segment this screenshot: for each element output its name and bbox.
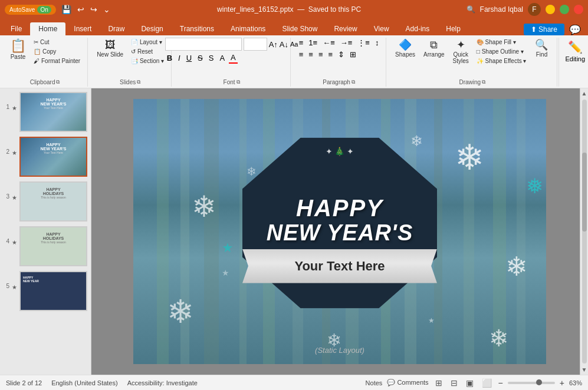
shape-effects-button[interactable]: ✨ Shape Effects ▾ [474,57,529,65]
paste-button[interactable]: 📋 Paste [7,38,29,62]
font-color-button[interactable]: A [229,52,238,64]
bullets-button[interactable]: ≡ [297,38,306,48]
normal-view-button[interactable]: ⊞ [433,378,444,388]
tab-help[interactable]: Help [438,22,469,35]
tab-animations[interactable]: Animations [222,22,274,35]
strikethrough-button[interactable]: S [196,53,205,63]
clipboard-expand-icon[interactable]: ⧉ [56,79,60,85]
shape-outline-button[interactable]: □ Shape Outline ▾ [474,47,529,56]
quick-styles-button[interactable]: ✦ QuickStyles [450,38,472,66]
zoom-thumb[interactable] [536,379,542,385]
zoom-level[interactable]: 63% [569,379,582,386]
font-label: Font ⧉ [224,79,240,85]
canvas-area: ❄ ❄ ❄ ❄ ❄ ❄ ❄ ❄ ★ ★ ★ ★ ★ ★ ★ ★ ❅ [91,88,588,375]
align-left-button[interactable]: ≡ [297,49,306,60]
extra-menu-icon[interactable]: ⌄ [101,4,112,15]
list-item[interactable]: 3 ★ HAPPY HOLIDAYS This is holy season [2,180,88,223]
new-slide-button[interactable]: 🖼 New Slide [94,38,126,60]
tab-slideshow[interactable]: Slide Show [274,22,326,35]
slide-thumbnail-2[interactable]: HAPPY NEW YEAR'S Your Text Here [19,137,87,177]
section-button[interactable]: 📑 Section ▾ [129,57,166,65]
slide-thumbnail-4[interactable]: HAPPY HOLIDAYS This is holy season [19,226,87,266]
comments-button[interactable]: 💬 Comments [387,379,428,386]
tab-file[interactable]: File [2,22,30,35]
zoom-plus-button[interactable]: + [560,378,564,388]
numbering-button[interactable]: 1≡ [307,38,319,48]
outline-view-button[interactable]: ⊟ [449,378,459,388]
shadow-button[interactable]: S [207,53,216,63]
zoom-minus-button[interactable]: − [498,378,503,388]
arrange-button[interactable]: ⧉ Arrange [421,38,448,60]
slide-thumbnail-1[interactable]: HAPPY NEW YEAR'S Your Text Here [19,92,87,132]
presenter-view-button[interactable]: ⬜ [480,378,494,388]
align-right-button[interactable]: ≡ [317,49,325,60]
ribbon-right: ⬆ Share 💬 [524,24,586,35]
tab-review[interactable]: Review [326,22,365,35]
text-direction-button[interactable]: ⇕ [336,49,346,60]
slides-group: 🖼 New Slide 📄 Layout ▾ ↺ Reset 📑 Section… [89,38,172,87]
search-icon[interactable]: 🔍 [467,5,475,14]
layout-button[interactable]: 📄 Layout ▾ [129,38,166,47]
vertical-scrollbar[interactable]: ▲ ▼ [580,88,588,375]
save-icon[interactable]: 💾 [60,4,73,15]
align-center-button[interactable]: ≡ [307,49,315,60]
zoom-slider[interactable] [508,382,555,384]
format-painter-button[interactable]: 🖌 Format Painter [31,57,83,65]
list-item[interactable]: 4 ★ HAPPY HOLIDAYS This is holy season [2,225,88,267]
shape-fill-button[interactable]: 🎨 Shape Fill ▾ [474,38,529,47]
maximize-button[interactable] [560,5,569,14]
drawing-expand-icon[interactable]: ⧉ [482,79,485,85]
justify-button[interactable]: ≡ [327,49,335,60]
tab-draw[interactable]: Draw [100,22,133,35]
increase-font-button[interactable]: A↑ [269,40,278,49]
close-button[interactable] [574,5,583,14]
shapes-button[interactable]: 🔷 Shapes [392,38,418,60]
reset-button[interactable]: ↺ Reset [129,47,166,56]
slideshow-view-button[interactable]: ▣ [464,378,475,388]
font-name-input[interactable] [165,38,242,51]
tab-home[interactable]: Home [30,22,65,35]
font-expand-icon[interactable]: ⧉ [236,79,240,85]
accessibility-status: Accessibility: Investigate [127,379,198,386]
tab-addins[interactable]: Add-ins [398,22,438,35]
italic-button[interactable]: I [176,53,182,63]
share-button[interactable]: ⬆ Share [524,24,564,35]
list-item[interactable]: 2 ★ HAPPY NEW YEAR'S Your Text Here [2,135,88,178]
cut-button[interactable]: ✂ Cut [31,38,83,47]
find-button[interactable]: 🔍 Find [531,38,552,60]
clear-format-button[interactable]: A [218,53,226,63]
comments-icon[interactable]: 💬 [569,24,581,35]
slides-expand-icon[interactable]: ⧉ [137,79,140,85]
tab-view[interactable]: View [366,22,398,35]
decrease-font-button[interactable]: A↓ [280,40,288,49]
ribbon-banner[interactable]: Your Text Here [242,249,437,283]
list-item[interactable]: 1 ★ HAPPY NEW YEAR'S Your Text Here [2,91,88,133]
tab-design[interactable]: Design [133,22,171,35]
line-spacing-button[interactable]: ↕ [373,38,381,48]
scroll-thumb[interactable] [582,153,587,232]
undo-icon[interactable]: ↩ [75,4,86,15]
paste-icon: 📋 [10,39,26,52]
slide-thumbnail-5[interactable]: HAPPY NEW YEAR [19,271,87,311]
paragraph-expand-icon[interactable]: ⧉ [352,79,355,85]
slide-thumbnail-3[interactable]: HAPPY HOLIDAYS This is holy season [19,181,87,222]
smart-art-button[interactable]: ⊞ [348,49,358,60]
user-avatar[interactable]: F [528,3,541,16]
increase-indent-button[interactable]: →≡ [339,38,354,48]
autosave-toggle[interactable]: AutoSave On [5,5,56,15]
slide-star-2: ★ [12,137,17,156]
redo-icon[interactable]: ↪ [88,4,99,15]
tab-insert[interactable]: Insert [65,22,100,35]
decrease-indent-button[interactable]: ←≡ [321,38,337,48]
notes-button[interactable]: Notes [366,379,383,386]
font-size-input[interactable] [244,38,267,51]
list-item[interactable]: 5 ★ HAPPY NEW YEAR [2,270,88,312]
underline-button[interactable]: U [185,53,193,63]
minimize-button[interactable] [546,5,555,14]
copy-button[interactable]: 📋 Copy [31,47,83,56]
bold-button[interactable]: B [165,53,174,63]
slide-canvas[interactable]: ❄ ❄ ❄ ❄ ❄ ❄ ❄ ❄ ★ ★ ★ ★ ★ ★ ★ ★ ❅ [133,99,546,364]
editing-indicator[interactable]: ✏️ Editing [559,38,588,87]
tab-transitions[interactable]: Transitions [172,22,222,35]
columns-button[interactable]: ⋮≡ [356,38,372,48]
